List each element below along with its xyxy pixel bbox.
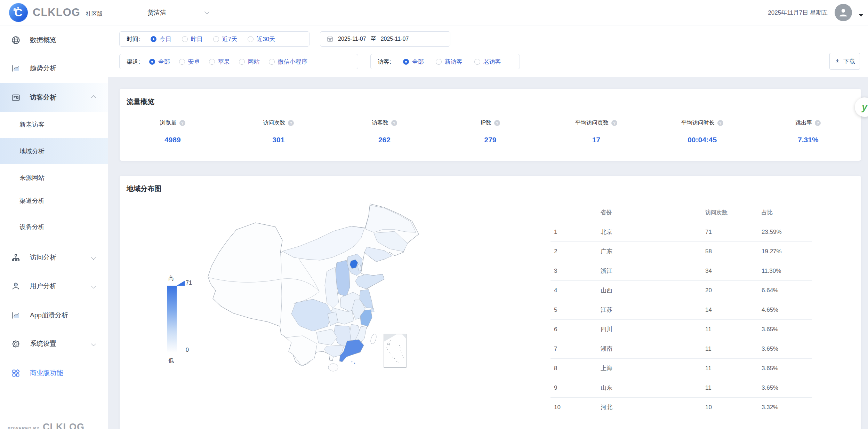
cell-rank: 1 xyxy=(554,229,601,236)
cell-rank: 10 xyxy=(554,404,601,411)
radio-time-today[interactable]: 今日 xyxy=(151,35,171,43)
sidebar-subitem-referrer-sites[interactable]: 来源网站 xyxy=(0,166,108,189)
radio-visitor-new[interactable]: 新访客 xyxy=(436,58,463,66)
radio-time-last30days[interactable]: 近30天 xyxy=(248,35,275,43)
cell-visits: 11 xyxy=(705,365,762,372)
metric-value[interactable]: 00:04:45 xyxy=(649,136,755,144)
project-name[interactable]: 货清清 xyxy=(147,8,166,17)
cell-province: 四川 xyxy=(601,325,705,333)
sidebar-item-label: 商业版功能 xyxy=(30,368,63,378)
date-start: 2025-11-07 xyxy=(338,36,366,42)
help-icon[interactable]: ? xyxy=(611,120,617,126)
help-icon[interactable]: ? xyxy=(717,120,723,126)
sidebar-subitem-label: 来源网站 xyxy=(19,174,45,182)
cell-visits: 71 xyxy=(705,229,762,236)
help-icon[interactable]: ? xyxy=(494,120,500,126)
sidebar: 数据概览 趋势分析 访客分析 新老访客 地域分析 xyxy=(0,25,108,429)
cell-rank: 3 xyxy=(554,268,601,275)
help-icon[interactable]: ? xyxy=(391,120,397,126)
cell-rank: 9 xyxy=(554,384,601,391)
radio-channel-website[interactable]: 网站 xyxy=(239,58,260,66)
radio-label: 近7天 xyxy=(222,35,237,43)
avatar[interactable] xyxy=(835,4,852,21)
sidebar-subitem-device-analysis[interactable]: 设备分析 xyxy=(0,215,108,238)
cell-percent: 3.65% xyxy=(762,365,812,372)
cell-rank: 4 xyxy=(554,287,601,294)
cell-rank: 6 xyxy=(554,326,601,333)
help-icon[interactable]: ? xyxy=(179,120,185,126)
help-icon[interactable]: ? xyxy=(815,120,821,126)
sidebar-item-label: 数据概览 xyxy=(30,35,56,45)
date-range-picker[interactable]: 2025-11-07 至 2025-11-07 xyxy=(320,31,450,47)
sidebar-subitem-new-old-visitors[interactable]: 新老访客 xyxy=(0,113,108,136)
chevron-down-icon xyxy=(204,9,209,14)
radio-label: 安卓 xyxy=(188,58,200,66)
filter-bar: 时间: 今日 昨日 近7天 近30天 2025-11- xyxy=(108,25,868,77)
metric-value[interactable]: 17 xyxy=(543,136,649,144)
download-button[interactable]: 下载 xyxy=(829,53,860,70)
radio-channel-ios[interactable]: 苹果 xyxy=(209,58,230,66)
top-header: C CLKLOG 社区版 货清清 2025年11月7日 星期五 xyxy=(0,0,868,25)
metric-visitors: 访客数? 262 xyxy=(331,119,437,144)
cell-province: 江苏 xyxy=(601,306,705,314)
crash-chart-icon xyxy=(11,311,21,320)
help-icon[interactable]: ? xyxy=(288,120,294,126)
sidebar-subitem-channel-analysis[interactable]: 渠道分析 xyxy=(0,189,108,212)
sidebar-item-label: 访客分析 xyxy=(30,93,56,102)
sidebar-item-app-crash-analysis[interactable]: App崩溃分析 xyxy=(0,305,108,326)
chevron-down-icon xyxy=(91,284,96,288)
radio-label: 全部 xyxy=(412,58,424,66)
radio-visitor-returning[interactable]: 老访客 xyxy=(474,58,501,66)
sidebar-item-trend-analysis[interactable]: 趋势分析 xyxy=(0,58,108,79)
sidebar-item-visit-analysis[interactable]: 访问分析 xyxy=(0,247,108,268)
table-row: 2 广东 58 19.27% xyxy=(550,242,812,261)
powered-by-footer: POWERED BY CLKLOG xyxy=(8,422,85,429)
legend-gradient-bar[interactable] xyxy=(167,286,177,356)
sidebar-item-user-analysis[interactable]: 用户分析 xyxy=(0,276,108,296)
metric-value[interactable]: 262 xyxy=(331,136,437,144)
time-filter-label: 时间: xyxy=(127,35,140,43)
traffic-overview-title: 流量概览 xyxy=(127,97,154,106)
sidebar-item-label: App崩溃分析 xyxy=(30,311,68,320)
sidebar-item-visitor-analysis[interactable]: 访客分析 xyxy=(0,83,108,112)
sidebar-item-commercial-features[interactable]: 商业版功能 xyxy=(0,363,108,383)
metrics-row: 浏览量? 4989 访问次数? 301 访客数? 262 IP数? 279 平均… xyxy=(120,119,861,144)
radio-time-yesterday[interactable]: 昨日 xyxy=(182,35,203,43)
metric-label: 平均访问时长 xyxy=(681,119,715,127)
metric-value[interactable]: 279 xyxy=(437,136,544,144)
sidebar-item-system-settings[interactable]: 系统设置 xyxy=(0,333,108,354)
download-label: 下载 xyxy=(843,57,855,65)
project-selector[interactable]: 货清清 xyxy=(147,0,209,25)
account-caret-icon[interactable] xyxy=(859,14,863,17)
metric-value[interactable]: 301 xyxy=(226,136,332,144)
radio-visitor-all[interactable]: 全部 xyxy=(403,58,424,66)
metric-value[interactable]: 7.31% xyxy=(755,136,861,144)
sidebar-subitem-region-analysis[interactable]: 地域分析 xyxy=(0,138,108,164)
cell-visits: 20 xyxy=(705,287,762,294)
cell-province: 湖南 xyxy=(601,345,705,353)
col-percent: 占比 xyxy=(762,209,812,216)
cell-visits: 14 xyxy=(705,307,762,313)
metric-visits: 访问次数? 301 xyxy=(226,119,332,144)
cell-visits: 10 xyxy=(705,404,762,411)
china-map[interactable] xyxy=(195,188,438,390)
metric-label: 访问次数 xyxy=(263,119,285,127)
metric-value[interactable]: 4989 xyxy=(120,136,226,144)
radio-channel-all[interactable]: 全部 xyxy=(149,58,170,66)
cell-province: 浙江 xyxy=(601,267,705,275)
sidebar-item-label: 用户分析 xyxy=(30,281,56,291)
metric-label: 访客数 xyxy=(372,119,388,127)
sidebar-item-data-overview[interactable]: 数据概览 xyxy=(0,30,108,50)
radio-time-last7days[interactable]: 近7天 xyxy=(213,35,237,43)
radio-channel-android[interactable]: 安卓 xyxy=(179,58,200,66)
download-icon xyxy=(834,58,841,64)
chevron-up-icon xyxy=(91,95,96,100)
radio-label: 微信小程序 xyxy=(278,58,307,66)
cell-visits: 11 xyxy=(705,384,762,391)
legend-marker-icon[interactable] xyxy=(177,281,185,286)
sidebar-item-label: 访问分析 xyxy=(30,253,56,262)
table-row: 8 上海 11 3.65% xyxy=(550,359,812,378)
radio-channel-wechat-miniprogram[interactable]: 微信小程序 xyxy=(269,58,307,66)
grid-icon xyxy=(11,368,21,378)
current-date: 2025年11月7日 星期五 xyxy=(768,9,828,17)
